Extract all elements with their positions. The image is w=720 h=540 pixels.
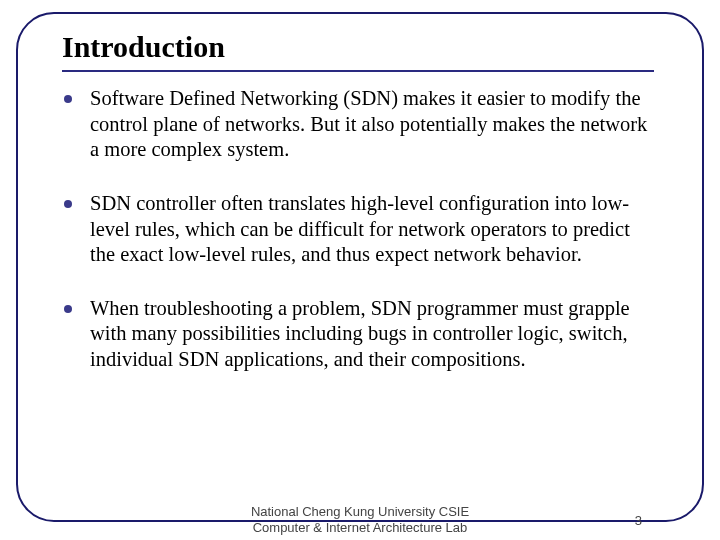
list-item: When troubleshooting a problem, SDN prog…	[64, 296, 658, 373]
slide-footer: National Cheng Kung University CSIE Comp…	[0, 498, 720, 540]
bullet-text: When troubleshooting a problem, SDN prog…	[90, 296, 658, 373]
slide-title: Introduction	[62, 30, 225, 64]
bullet-icon	[64, 305, 72, 313]
bullet-text: SDN controller often translates high-lev…	[90, 191, 658, 268]
bullet-icon	[64, 95, 72, 103]
title-underline	[62, 70, 654, 72]
page-number: 3	[635, 513, 642, 528]
bullet-text: Software Defined Networking (SDN) makes …	[90, 86, 658, 163]
bullet-icon	[64, 200, 72, 208]
footer-affiliation: National Cheng Kung University CSIE Comp…	[251, 504, 469, 537]
footer-line-1: National Cheng Kung University CSIE	[251, 504, 469, 520]
list-item: Software Defined Networking (SDN) makes …	[64, 86, 658, 163]
footer-line-2: Computer & Internet Architecture Lab	[251, 520, 469, 536]
slide: Introduction Software Defined Networking…	[0, 0, 720, 540]
slide-body: Software Defined Networking (SDN) makes …	[64, 86, 658, 373]
list-item: SDN controller often translates high-lev…	[64, 191, 658, 268]
